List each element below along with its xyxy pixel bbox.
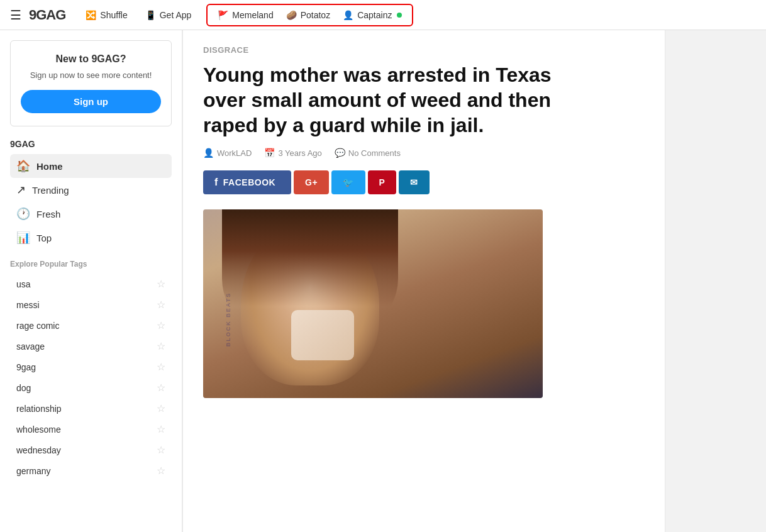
signup-card: New to 9GAG? Sign up now to see more con… [10,40,172,126]
flag-icon: 🚩 [218,10,228,20]
share-pinterest-button[interactable]: P [368,170,397,194]
facebook-icon: f [214,177,218,188]
sidebar-brand: 9GAG [10,139,172,149]
nav-potatoz-label: Potatoz [301,10,330,20]
star-icon[interactable]: ☆ [157,444,165,456]
star-icon[interactable]: ☆ [157,465,165,477]
phone-icon: 📱 [145,10,156,20]
sidebar-nav: 🏠 Home ↗ Trending 🕐 Fresh 📊 Top [10,154,172,250]
tag-germany-label: germany [16,466,50,476]
nav-getapp-label: Get App [160,10,192,20]
tag-9gag[interactable]: 9gag ☆ [10,357,172,377]
sidebar: New to 9GAG? Sign up now to see more con… [0,30,182,532]
share-twitter-button[interactable]: 🐦 [331,170,365,194]
nav-shuffle[interactable]: 🔀 Shuffle [78,6,135,24]
meta-comments: 💬 No Comments [335,148,401,158]
social-share: f FACEBOOK G+ 🐦 P ✉ [203,170,645,194]
tag-relationship[interactable]: relationship ☆ [10,398,172,419]
star-icon[interactable]: ☆ [157,423,165,435]
signup-card-subtitle: Sign up now to see more content! [21,70,161,81]
tags-list: usa ☆ messi ☆ rage comic ☆ savage ☆ 9gag… [10,274,172,481]
nav-getapp[interactable]: 📱 Get App [138,6,199,24]
user-icon: 👤 [343,10,353,20]
comments-count: No Comments [348,148,401,158]
meta-time: 📅 3 Years Ago [264,148,321,158]
potato-icon: 🥔 [286,10,297,20]
share-facebook-button[interactable]: f FACEBOOK [203,170,291,194]
tag-savage[interactable]: savage ☆ [10,336,172,357]
page-layout: New to 9GAG? Sign up now to see more con… [0,30,766,532]
twitter-icon: 🐦 [343,177,354,187]
tag-messi-label: messi [16,300,40,310]
tag-usa-label: usa [16,279,31,289]
facebook-label: FACEBOOK [223,177,275,187]
nav-shuffle-label: Shuffle [100,10,127,20]
star-icon[interactable]: ☆ [157,361,165,373]
nav-captainz[interactable]: 👤 Captainz [338,8,407,23]
sidebar-item-top-label: Top [36,233,52,243]
tag-rage-comic[interactable]: rage comic ☆ [10,315,172,336]
star-icon[interactable]: ☆ [157,340,165,352]
explore-tags-title: Explore Popular Tags [10,260,172,269]
tag-dog[interactable]: dog ☆ [10,377,172,398]
sidebar-item-home-label: Home [36,161,63,172]
nav-memeland-label: Memeland [232,10,273,20]
tag-usa[interactable]: usa ☆ [10,274,172,294]
article-title: Young mother was arrested in Texas over … [203,62,568,138]
article-wrapper: Disgrace Young mother was arrested in Te… [182,30,665,532]
tag-rage-comic-label: rage comic [16,321,59,331]
tag-wholesome-label: wholesome [16,424,61,435]
sidebar-item-top[interactable]: 📊 Top [10,226,172,250]
author-name: WorkLAD [217,148,252,158]
sidebar-item-home[interactable]: 🏠 Home [10,154,172,178]
star-icon[interactable]: ☆ [157,278,165,290]
tag-9gag-label: 9gag [16,362,36,372]
header: ☰ 9GAG 🔀 Shuffle 📱 Get App 🚩 Memeland 🥔 … [0,0,766,30]
pinterest-icon: P [379,177,386,187]
header-nav: 🔀 Shuffle 📱 Get App 🚩 Memeland 🥔 Potatoz… [78,4,756,26]
shuffle-icon: 🔀 [86,10,96,20]
sidebar-item-fresh-label: Fresh [36,209,60,219]
clock-icon: 🕐 [16,207,30,221]
tissue-shape [291,310,354,360]
hamburger-icon[interactable]: ☰ [10,8,21,23]
star-icon[interactable]: ☆ [157,319,165,331]
calendar-icon: 📅 [264,148,275,158]
site-logo: 9GAG [29,7,65,23]
tag-dog-label: dog [16,383,31,393]
right-sidebar [665,30,766,532]
google-label: G+ [305,177,318,187]
tag-wednesday[interactable]: wednesday ☆ [10,440,172,460]
nav-memeland[interactable]: 🚩 Memeland [213,8,278,23]
share-email-button[interactable]: ✉ [399,170,430,194]
online-dot [397,13,402,18]
sidebar-item-trending[interactable]: ↗ Trending [10,178,172,202]
comment-icon: 💬 [335,148,345,158]
tag-savage-label: savage [16,341,45,352]
article-category: Disgrace [203,45,645,55]
article-image: BLOCK BEATS [203,209,543,398]
sidebar-item-fresh[interactable]: 🕐 Fresh [10,202,172,226]
image-placeholder: BLOCK BEATS [203,209,543,398]
meta-author: 👤 WorkLAD [203,148,252,158]
tag-wholesome[interactable]: wholesome ☆ [10,419,172,440]
signup-button[interactable]: Sign up [21,90,161,113]
signup-card-title: New to 9GAG? [21,53,161,65]
sidebar-item-trending-label: Trending [32,185,69,196]
highlighted-nav-group: 🚩 Memeland 🥔 Potatoz 👤 Captainz [206,4,413,26]
star-icon[interactable]: ☆ [157,299,165,311]
star-icon[interactable]: ☆ [157,382,165,394]
tag-germany[interactable]: germany ☆ [10,460,172,481]
share-google-button[interactable]: G+ [294,170,329,194]
article-time: 3 Years Ago [278,148,321,158]
tag-relationship-label: relationship [16,404,62,414]
tag-messi[interactable]: messi ☆ [10,294,172,315]
star-icon[interactable]: ☆ [157,402,165,414]
trending-icon: ↗ [16,183,26,197]
tag-wednesday-label: wednesday [16,445,61,455]
watermark-area: BLOCK BEATS [203,241,253,398]
person-icon: 👤 [203,148,214,158]
email-icon: ✉ [410,177,418,187]
article-meta: 👤 WorkLAD 📅 3 Years Ago 💬 No Comments [203,148,645,158]
nav-potatoz[interactable]: 🥔 Potatoz [281,8,335,23]
